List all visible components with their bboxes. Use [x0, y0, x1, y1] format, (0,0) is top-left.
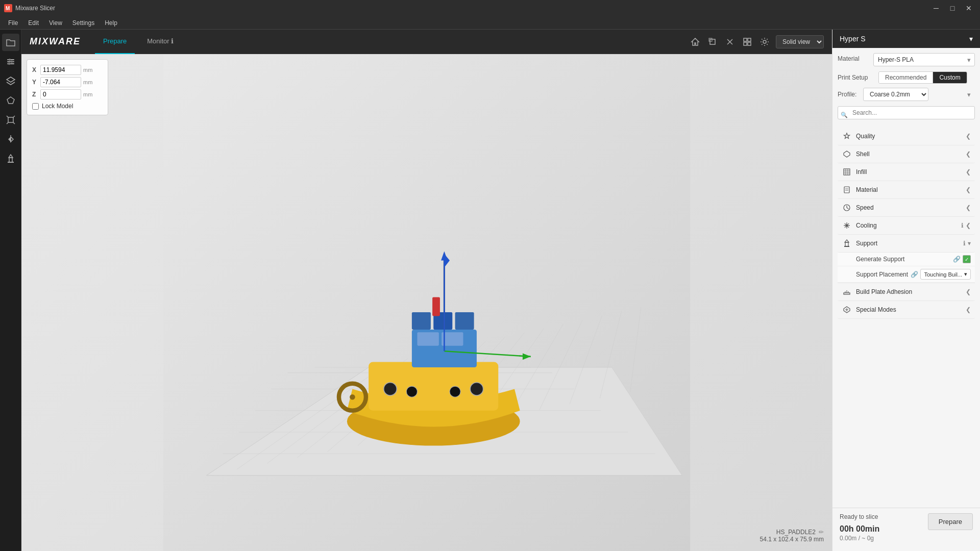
sidebar-support-btn[interactable]: [2, 150, 19, 167]
print-setup-label: Print Setup: [838, 74, 878, 81]
edit-model-icon[interactable]: ✏: [819, 529, 824, 536]
custom-btn[interactable]: Custom: [933, 72, 966, 83]
svg-point-6: [11, 61, 13, 63]
toolbar-icons: [688, 35, 772, 49]
y-input[interactable]: [40, 77, 81, 87]
menu-view[interactable]: View: [45, 18, 66, 28]
cooling-actions: ℹ ❮: [961, 222, 971, 229]
header-chevron-icon: ▾: [969, 35, 973, 43]
transform-panel: X mm Y mm Z mm Lock Model: [27, 59, 108, 115]
svg-rect-94: [844, 293, 850, 294]
generate-support-checkbox[interactable]: ✓: [963, 255, 971, 263]
support-info-icon[interactable]: ℹ: [963, 240, 966, 247]
settings-item-quality[interactable]: Quality ❮: [838, 128, 975, 145]
menu-help[interactable]: Help: [101, 18, 121, 28]
svg-marker-93: [845, 240, 849, 242]
recommended-btn[interactable]: Recommended: [879, 72, 933, 83]
maximize-button[interactable]: □: [945, 1, 960, 15]
settings-item-build-plate[interactable]: Build Plate Adhesion ❮: [838, 283, 975, 301]
settings-item-material[interactable]: Material ❮: [838, 181, 975, 199]
sidebar-layers-btn[interactable]: [2, 72, 19, 90]
support-sub-section: Generate Support 🔗 ✓ Support Placement 🔗…: [838, 253, 975, 283]
z-unit: mm: [83, 91, 92, 97]
model-name: HS_PADDLE2: [776, 529, 816, 536]
toolbar-arrange-btn[interactable]: [740, 35, 754, 49]
material-settings-label: Material: [856, 186, 966, 193]
svg-point-7: [8, 63, 10, 65]
cooling-icon: [842, 220, 852, 231]
infill-label: Infill: [856, 168, 966, 176]
tab-prepare[interactable]: Prepare: [95, 30, 135, 54]
view-mode-select[interactable]: Solid view Wireframe X-Ray: [776, 35, 824, 48]
svg-line-14: [13, 122, 15, 124]
close-button[interactable]: ✕: [962, 1, 976, 15]
settings-item-cooling[interactable]: Cooling ℹ ❮: [838, 217, 975, 235]
svg-rect-91: [845, 242, 848, 246]
toolbar-clear-btn[interactable]: [723, 35, 737, 49]
toolbar-perspective-btn[interactable]: [705, 35, 720, 49]
sidebar-orient-btn[interactable]: [2, 92, 19, 109]
svg-point-60: [470, 383, 483, 395]
prepare-button[interactable]: Prepare: [928, 513, 973, 530]
viewport-status: HS_PADDLE2 ✏ 54.1 x 102.4 x 75.9 mm: [760, 529, 824, 543]
svg-point-58: [406, 386, 417, 397]
settings-item-infill[interactable]: Infill ❮: [838, 163, 975, 181]
sidebar-scale-btn[interactable]: [2, 111, 19, 129]
special-modes-label: Special Modes: [856, 306, 966, 313]
svg-rect-10: [8, 117, 13, 122]
menu-bar: File Edit View Settings Help: [0, 16, 980, 30]
support-placement-row: Support Placement 🔗 Touching Buil... ▾: [838, 266, 975, 283]
settings-item-speed[interactable]: Speed ❮: [838, 199, 975, 217]
generate-support-link-icon[interactable]: 🔗: [953, 256, 961, 263]
tab-monitor[interactable]: Monitor ℹ: [139, 30, 182, 54]
build-plate-actions: ❮: [966, 288, 971, 295]
support-actions: ℹ ▾: [963, 240, 971, 247]
toolbar-settings-btn[interactable]: [757, 35, 772, 49]
svg-point-28: [763, 40, 766, 43]
material-select[interactable]: Hyper-S PLA PLA ABS: [873, 53, 975, 66]
sidebar-adjust-btn[interactable]: [2, 53, 19, 70]
z-input[interactable]: [40, 89, 81, 99]
settings-item-special-modes[interactable]: Special Modes ❮: [838, 301, 975, 319]
menu-settings[interactable]: Settings: [68, 18, 99, 28]
x-input[interactable]: [40, 65, 81, 75]
profile-select[interactable]: Coarse 0.2mm Fine 0.1mm Medium 0.15mm: [863, 88, 928, 101]
lock-model-checkbox[interactable]: [32, 103, 39, 110]
menu-edit[interactable]: Edit: [24, 18, 43, 28]
main-container: MIXWARE Prepare Monitor ℹ: [0, 30, 980, 551]
menu-file[interactable]: File: [4, 18, 22, 28]
transform-x-row: X mm: [32, 65, 103, 75]
viewport[interactable]: X mm Y mm Z mm Lock Model: [21, 54, 832, 551]
minimize-button[interactable]: ─: [929, 1, 943, 15]
settings-item-support[interactable]: Support ℹ ▾: [838, 235, 975, 253]
quality-label: Quality: [856, 133, 966, 140]
svg-rect-66: [412, 312, 431, 330]
settings-item-shell[interactable]: Shell ❮: [838, 145, 975, 163]
material-settings-actions: ❮: [966, 186, 971, 193]
sidebar-folder-btn[interactable]: [2, 34, 19, 51]
sidebar-mirror-btn[interactable]: [2, 131, 19, 148]
svg-rect-29: [163, 54, 690, 551]
cooling-info-icon[interactable]: ℹ: [961, 222, 964, 229]
window-title: Mixware Slicer: [15, 5, 929, 12]
support-placement-actions: 🔗 Touching Buil... ▾: [911, 269, 971, 280]
support-placement-dropdown[interactable]: Touching Buil... ▾: [920, 269, 971, 280]
svg-rect-18: [9, 158, 12, 162]
speed-chevron-icon: ❮: [966, 204, 971, 211]
search-input[interactable]: [838, 106, 975, 119]
title-bar: M Mixware Slicer ─ □ ✕: [0, 0, 980, 16]
generate-support-label: Generate Support: [856, 256, 953, 263]
svg-point-57: [384, 383, 397, 395]
infill-icon: [842, 167, 852, 177]
toolbar-home-btn[interactable]: [688, 35, 702, 49]
profile-label: Profile:: [838, 91, 863, 98]
z-label: Z: [32, 91, 38, 98]
support-placement-value: Touching Buil...: [924, 271, 962, 278]
material-settings-icon: [842, 185, 852, 195]
brand-logo: MIXWARE: [30, 36, 81, 47]
svg-rect-82: [844, 187, 849, 193]
svg-rect-27: [748, 42, 751, 45]
app-area: MIXWARE Prepare Monitor ℹ: [21, 30, 832, 551]
support-placement-link-icon[interactable]: 🔗: [911, 271, 918, 278]
model-dimensions: 54.1 x 102.4 x 75.9 mm: [760, 536, 824, 543]
